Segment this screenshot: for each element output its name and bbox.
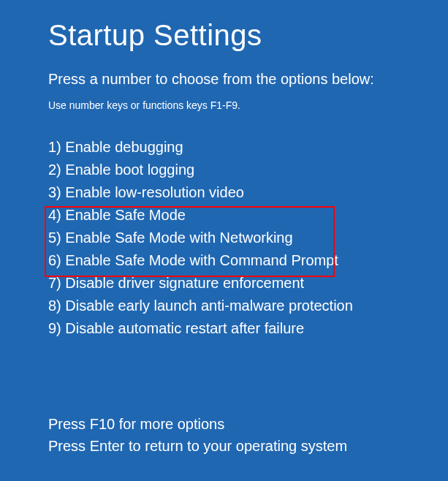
option-3-low-resolution-video[interactable]: 3) Enable low-resolution video <box>48 181 448 204</box>
option-9-disable-auto-restart[interactable]: 9) Disable automatic restart after failu… <box>48 317 448 340</box>
return-hint: Press Enter to return to your operating … <box>48 435 347 457</box>
option-7-disable-driver-signature[interactable]: 7) Disable driver signature enforcement <box>48 272 448 295</box>
more-options-hint: Press F10 for more options <box>48 413 347 435</box>
footer-instructions: Press F10 for more options Press Enter t… <box>48 413 347 457</box>
option-6-safe-mode-command-prompt[interactable]: 6) Enable Safe Mode with Command Prompt <box>48 249 448 272</box>
option-4-safe-mode[interactable]: 4) Enable Safe Mode <box>48 204 448 227</box>
page-title: Startup Settings <box>48 19 448 52</box>
option-5-safe-mode-networking[interactable]: 5) Enable Safe Mode with Networking <box>48 227 448 249</box>
option-2-boot-logging[interactable]: 2) Enable boot logging <box>48 159 448 181</box>
options-list: 1) Enable debugging 2) Enable boot loggi… <box>48 136 448 340</box>
option-8-disable-anti-malware[interactable]: 8) Disable early launch anti-malware pro… <box>48 295 448 317</box>
option-1-debugging[interactable]: 1) Enable debugging <box>48 136 448 159</box>
instruction-subtitle: Press a number to choose from the option… <box>48 71 448 88</box>
keys-hint: Use number keys or functions keys F1-F9. <box>48 99 448 111</box>
